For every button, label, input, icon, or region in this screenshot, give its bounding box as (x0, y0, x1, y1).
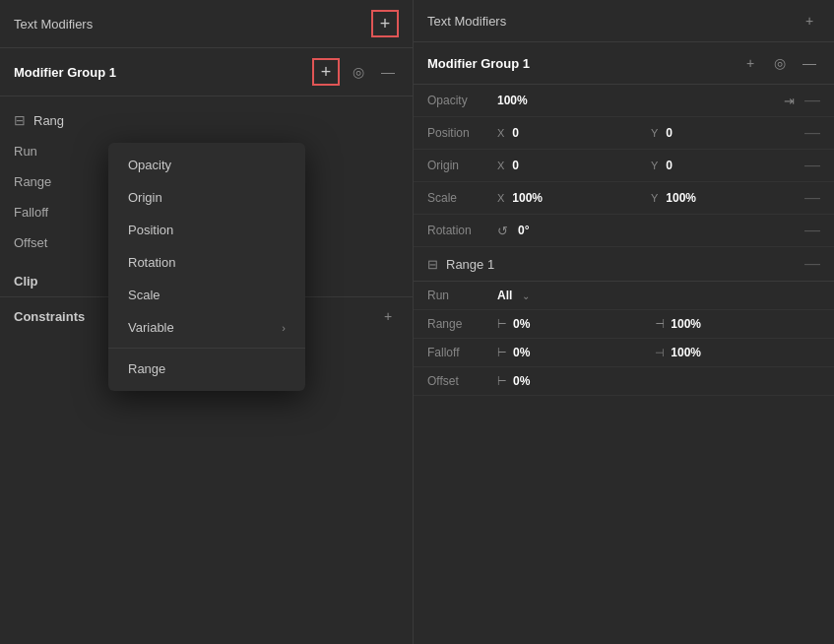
range-start-pin-icon: ⊢ (497, 318, 507, 331)
dropdown-divider (108, 348, 305, 349)
run-row-value[interactable]: All (497, 289, 512, 302)
opacity-row: Opacity 100% ⇥ — (414, 85, 834, 117)
clip-label: Clip (14, 274, 38, 289)
dropdown-item-rotation[interactable]: Rotation (108, 246, 305, 279)
left-visibility-button[interactable]: ◎ (348, 61, 369, 83)
constraints-plus-icon: + (384, 308, 392, 324)
falloff-values-row: Falloff ⊢ 0% ⊣ 100% (414, 339, 834, 367)
falloff-end-pin-icon: ⊣ (655, 347, 665, 359)
dropdown-item-scale[interactable]: Scale (108, 279, 305, 311)
position-y-value[interactable]: 0 (666, 126, 673, 140)
rotation-row: Rotation ↺ 0° — (414, 215, 834, 247)
right-minus-icon: — (802, 55, 816, 71)
falloff-start-value[interactable]: 0% (513, 346, 530, 359)
scale-x-value[interactable]: 100% (512, 191, 543, 205)
left-panel-title: Text Modifiers (14, 17, 93, 32)
falloff-values-label: Falloff (427, 346, 491, 359)
left-modifier-group-title: Modifier Group 1 (14, 65, 304, 80)
group-plus-icon: + (321, 63, 332, 81)
range-values-row: Range ⊢ 0% ⊢ 100% (414, 310, 834, 339)
position-prop-label: Position (427, 126, 491, 140)
scale-y-axis: Y (651, 192, 658, 204)
run-chevron-icon: ⌄ (522, 290, 530, 301)
left-panel-header: Text Modifiers + (0, 0, 413, 48)
run-row: Run All ⌄ (414, 282, 834, 310)
offset-icon: ⊢ (497, 375, 507, 388)
eye-icon: ◎ (353, 64, 364, 80)
range-values-label: Range (427, 317, 491, 331)
dropdown-origin-label: Origin (128, 190, 162, 205)
rotation-prop-label: Rotation (427, 224, 491, 237)
dropdown-item-range[interactable]: Range (108, 353, 305, 385)
falloff-label: Falloff (14, 205, 48, 220)
scale-remove-button[interactable]: — (804, 189, 820, 207)
right-header-add-button[interactable]: + (799, 10, 820, 32)
right-group-add-button[interactable]: + (739, 52, 761, 74)
opacity-link-icon: ⇥ (784, 94, 795, 108)
run-label: Run (14, 144, 37, 159)
dropdown-rotation-label: Rotation (128, 255, 175, 270)
dropdown-item-position[interactable]: Position (108, 214, 305, 246)
left-group-add-button[interactable]: + (312, 58, 340, 86)
right-visibility-button[interactable]: ◎ (769, 52, 791, 74)
range-sliders-icon: ⊟ (427, 257, 438, 272)
dropdown-item-opacity[interactable]: Opacity (108, 149, 305, 181)
opacity-prop-value[interactable]: 100% (497, 94, 528, 107)
rotation-remove-button[interactable]: — (804, 222, 820, 239)
origin-remove-button[interactable]: — (804, 157, 820, 174)
variable-arrow-icon: › (282, 322, 286, 334)
position-x-axis: X (497, 127, 504, 139)
position-row: Position X 0 Y 0 — (414, 117, 834, 150)
offset-value[interactable]: 0% (513, 374, 530, 388)
origin-x-axis: X (497, 160, 504, 171)
scale-row: Scale X 100% Y 100% — (414, 182, 834, 215)
range-section-title: Range 1 (446, 257, 797, 272)
range-end-value[interactable]: 100% (671, 317, 701, 331)
dropdown-item-origin[interactable]: Origin (108, 181, 305, 214)
left-header-add-button[interactable]: + (371, 10, 399, 37)
dropdown-opacity-label: Opacity (128, 158, 171, 172)
left-panel: Text Modifiers + Modifier Group 1 + ◎ — … (0, 0, 414, 644)
origin-y-value[interactable]: 0 (666, 159, 673, 172)
position-x-value[interactable]: 0 (512, 126, 519, 140)
range-end-pin-icon: ⊢ (655, 318, 665, 331)
right-modifier-group-row: Modifier Group 1 + ◎ — (414, 42, 834, 85)
constraints-add-button[interactable]: + (377, 305, 399, 327)
dropdown-menu: Opacity Origin Position Rotation Scale V… (108, 143, 305, 391)
position-remove-button[interactable]: — (804, 124, 820, 142)
range-section-remove-button[interactable]: — (804, 255, 820, 273)
range-row-label: Rang (33, 113, 64, 128)
minus-icon: — (381, 64, 395, 80)
right-plus-icon: + (746, 55, 754, 71)
dropdown-position-label: Position (128, 223, 173, 237)
scale-y-value[interactable]: 100% (666, 191, 696, 205)
left-remove-button[interactable]: — (377, 61, 399, 83)
right-panel: Text Modifiers + Modifier Group 1 + ◎ — … (414, 0, 834, 644)
origin-row: Origin X 0 Y 0 — (414, 150, 834, 182)
run-row-label: Run (427, 289, 491, 302)
right-modifier-group-title: Modifier Group 1 (427, 56, 732, 71)
offset-label: Offset (14, 235, 47, 250)
left-header-plus-icon: + (380, 15, 391, 32)
dropdown-item-variable[interactable]: Variable › (108, 311, 305, 344)
origin-y-axis: Y (651, 160, 658, 171)
right-eye-icon: ◎ (774, 55, 786, 71)
origin-prop-label: Origin (427, 159, 491, 172)
origin-x-value[interactable]: 0 (512, 159, 519, 172)
dropdown-variable-label: Variable (128, 320, 174, 335)
right-panel-header: Text Modifiers + (414, 0, 834, 42)
rotation-angle-icon: ↺ (497, 224, 508, 238)
constraints-label: Constraints (14, 309, 85, 324)
scale-x-axis: X (497, 192, 504, 204)
rotation-prop-value[interactable]: 0° (518, 224, 529, 237)
offset-row: Offset ⊢ 0% (414, 367, 834, 396)
right-remove-button[interactable]: — (799, 52, 820, 74)
range-start-value[interactable]: 0% (513, 317, 530, 331)
offset-label: Offset (427, 374, 491, 388)
dropdown-scale-label: Scale (128, 288, 160, 302)
opacity-remove-button[interactable]: — (804, 92, 820, 109)
right-header-plus-icon: + (805, 13, 813, 29)
falloff-end-value[interactable]: 100% (671, 346, 701, 359)
falloff-start-pin-icon: ⊢ (497, 347, 507, 359)
dropdown-range-label: Range (128, 361, 165, 376)
